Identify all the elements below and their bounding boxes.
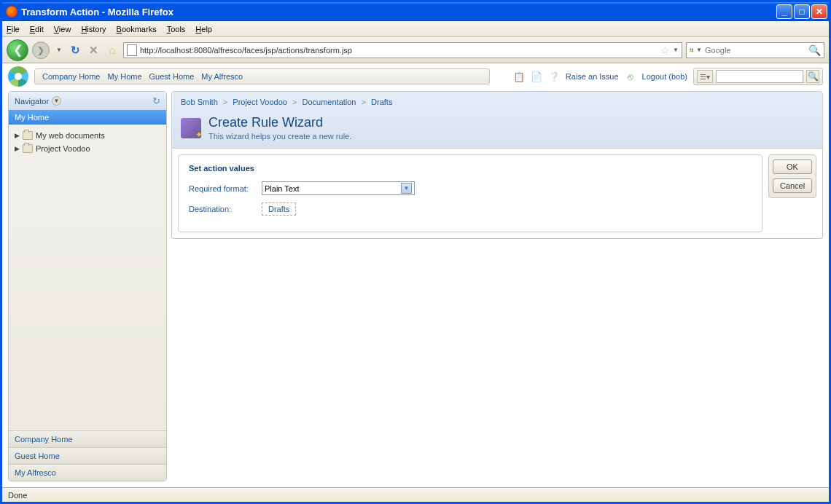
sidebar-selected-item[interactable]: My Home [9, 110, 166, 125]
nav-history-dropdown[interactable]: ▼ [53, 47, 65, 53]
back-button[interactable]: ❮ [7, 39, 28, 61]
main-area: Navigator ▼ ↻ My Home ▶ My web documents… [2, 90, 829, 487]
form-heading: Set action values [189, 164, 752, 173]
breadcrumb-item[interactable]: Project Voodoo [233, 98, 287, 106]
page-icon [127, 44, 137, 56]
window-titlebar[interactable]: Transform Action - Mozilla Firefox _ □ ✕ [2, 2, 829, 21]
page-subtitle: This wizard helps you create a new rule. [208, 132, 351, 141]
svg-rect-0 [690, 48, 691, 50]
breadcrumb-item[interactable]: Drafts [371, 98, 392, 106]
firefox-icon [6, 6, 17, 17]
tree-item-label: Project Voodoo [36, 144, 90, 153]
cancel-button[interactable]: Cancel [773, 178, 812, 193]
window-maximize-button[interactable]: □ [794, 4, 810, 19]
browser-search-bar[interactable]: ▼ 🔍 [686, 42, 824, 58]
svg-rect-1 [692, 48, 693, 50]
home-button[interactable]: ⌂ [105, 43, 120, 58]
app-search-box: ☰▾ 🔍 [693, 68, 823, 85]
breadcrumb-item[interactable]: Bob Smith [181, 98, 218, 106]
content-panel: Bob Smith > Project Voodoo > Documentati… [171, 91, 823, 481]
google-icon [690, 44, 693, 56]
required-format-label: Required format: [189, 184, 254, 193]
required-format-select[interactable]: Plain Text ▼ [262, 181, 415, 195]
browser-search-input[interactable] [705, 46, 805, 55]
page-body: Company Home My Home Guest Home My Alfre… [2, 63, 829, 487]
menu-history[interactable]: History [81, 25, 106, 34]
browser-toolbar: ❮ ❯ ▼ ↻ ✕ ⌂ http://localhost:8080/alfres… [2, 37, 829, 63]
svg-rect-2 [690, 50, 691, 52]
ok-button[interactable]: OK [773, 160, 812, 174]
clipboard-icon[interactable]: 📋 [513, 71, 525, 82]
page-title: Create Rule Wizard [208, 115, 351, 130]
svg-rect-3 [692, 50, 693, 52]
sidebar: Navigator ▼ ↻ My Home ▶ My web documents… [8, 91, 167, 481]
destination-label: Destination: [189, 205, 254, 213]
destination-picker[interactable]: Drafts [262, 202, 296, 216]
menu-help[interactable]: Help [195, 25, 212, 34]
sidebar-tree: ▶ My web documents ▶ Project Voodoo [9, 125, 166, 430]
required-format-value: Plain Text [265, 184, 300, 193]
app-search-input[interactable] [716, 70, 803, 83]
app-topbar: Company Home My Home Guest Home My Alfre… [2, 63, 829, 90]
menu-bookmarks[interactable]: Bookmarks [117, 25, 157, 34]
tree-expand-icon[interactable]: ▶ [15, 145, 20, 152]
title-row: Create Rule Wizard This wizard helps you… [181, 115, 814, 141]
sidebar-dropdown-icon[interactable]: ▼ [52, 96, 61, 106]
wizard-icon [181, 118, 201, 138]
form-row-format: Required format: Plain Text ▼ [189, 181, 752, 195]
sidebar-header: Navigator ▼ ↻ [9, 92, 166, 110]
menubar: File Edit View History Bookmarks Tools H… [2, 21, 829, 37]
menu-edit[interactable]: Edit [30, 25, 44, 34]
breadcrumb: Bob Smith > Project Voodoo > Documentati… [181, 98, 814, 106]
app-search-go-button[interactable]: 🔍 [806, 70, 819, 83]
menu-view[interactable]: View [54, 25, 71, 34]
form-panel: Set action values Required format: Plain… [178, 154, 762, 232]
raise-issue-link[interactable]: Raise an Issue [566, 72, 619, 81]
window-close-button[interactable]: ✕ [811, 4, 827, 19]
sidebar-link-company-home[interactable]: Company Home [9, 430, 166, 447]
window-title: Transform Action - Mozilla Firefox [21, 7, 173, 17]
link-guest-home[interactable]: Guest Home [149, 72, 195, 81]
content-body: Set action values Required format: Plain… [171, 149, 823, 239]
sidebar-refresh-icon[interactable]: ↻ [152, 95, 160, 106]
stop-button: ✕ [87, 43, 101, 58]
breadcrumb-sep: > [223, 98, 227, 106]
tree-item-label: My web documents [36, 131, 105, 140]
sidebar-bottom-links: Company Home Guest Home My Alfresco [9, 430, 166, 481]
browser-window: Transform Action - Mozilla Firefox _ □ ✕… [0, 0, 831, 504]
logout-link[interactable]: Logout (bob) [642, 72, 687, 81]
menu-tools[interactable]: Tools [167, 25, 186, 34]
content-header: Bob Smith > Project Voodoo > Documentati… [171, 91, 823, 149]
select-dropdown-icon: ▼ [401, 183, 412, 194]
reload-button[interactable]: ↻ [69, 43, 83, 58]
sidebar-link-my-alfresco[interactable]: My Alfresco [9, 464, 166, 481]
bookmark-star-icon[interactable]: ☆ [660, 44, 670, 56]
top-nav-links: Company Home My Home Guest Home My Alfre… [34, 68, 490, 84]
folder-icon [23, 131, 33, 140]
address-bar[interactable]: http://localhost:8080/alfresco/faces/jsp… [123, 42, 682, 58]
tree-item-web-documents[interactable]: ▶ My web documents [12, 129, 163, 142]
link-my-home[interactable]: My Home [107, 72, 141, 81]
sidebar-link-guest-home[interactable]: Guest Home [9, 447, 166, 464]
link-my-alfresco[interactable]: My Alfresco [201, 72, 243, 81]
help-icon[interactable]: ❔ [548, 71, 560, 82]
window-minimize-button[interactable]: _ [776, 4, 792, 19]
link-company-home[interactable]: Company Home [42, 72, 100, 81]
status-text: Done [8, 491, 27, 500]
tree-item-project-voodoo[interactable]: ▶ Project Voodoo [12, 142, 163, 155]
search-options-button[interactable]: ☰▾ [697, 70, 713, 83]
sidebar-title: Navigator [15, 97, 49, 106]
search-engine-dropdown[interactable]: ▼ [696, 47, 702, 53]
url-text: http://localhost:8080/alfresco/faces/jsp… [140, 46, 352, 55]
form-row-destination: Destination: Drafts [189, 202, 752, 216]
tree-expand-icon[interactable]: ▶ [15, 132, 20, 139]
breadcrumb-item[interactable]: Documentation [303, 98, 356, 106]
folder-icon [23, 144, 33, 153]
menu-file[interactable]: File [7, 25, 20, 34]
alfresco-logo [8, 66, 28, 87]
paste-icon[interactable]: 📄 [531, 71, 542, 82]
breadcrumb-sep: > [362, 98, 366, 106]
destination-value: Drafts [268, 205, 289, 213]
url-dropdown[interactable]: ▼ [673, 47, 679, 53]
search-go-icon[interactable]: 🔍 [808, 44, 821, 56]
